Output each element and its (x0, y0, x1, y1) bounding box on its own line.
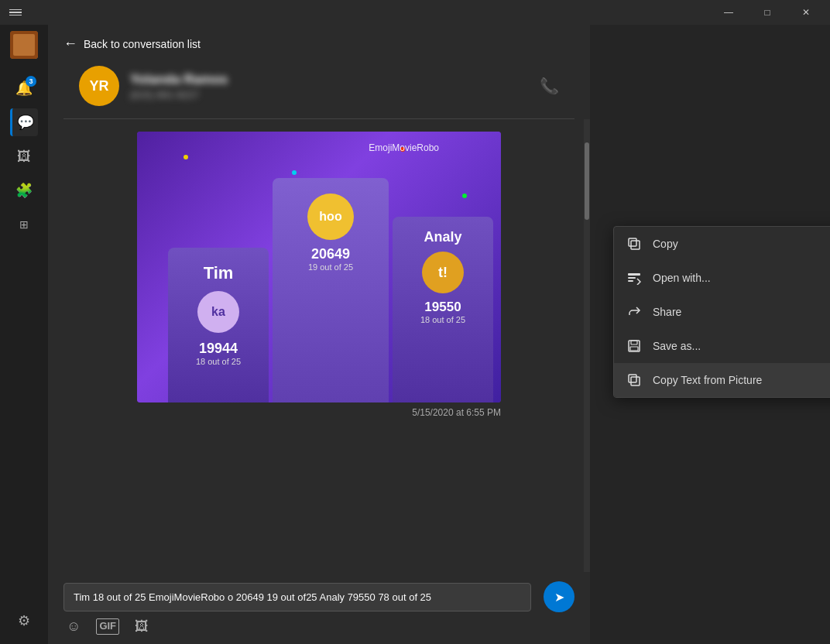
settings-icon: ⚙ (18, 612, 30, 629)
player-hoo-out-of: 19 out of 25 (308, 262, 353, 272)
image-button[interactable]: 🖼 (135, 618, 149, 635)
player-hoo-card: hoo 20649 19 out of 25 (273, 178, 389, 402)
gallery-icon: 🖼 (17, 149, 31, 165)
context-menu: Copy Ctrl+C Open with... (613, 226, 830, 398)
svg-rect-3 (629, 238, 636, 246)
confetti-dot (183, 155, 188, 159)
title-bar-left (6, 5, 25, 21)
sidebar-item-chat[interactable]: 💬 (10, 108, 38, 136)
copy-icon (626, 236, 642, 252)
player-analy-score: 19550 (424, 300, 461, 315)
player-tim-out-of: 18 out of 25 (196, 357, 241, 366)
player-hoo-circle: hoo (307, 194, 354, 240)
context-menu-item-open-with[interactable]: Open with... (614, 261, 830, 295)
contact-header: YR Yolanda Ramos (615) 891-9227 📞 (63, 60, 574, 119)
sidebar-item-bell[interactable]: 🔔 3 (10, 74, 38, 102)
svg-rect-9 (630, 347, 638, 351)
main-layout: 🔔 3 💬 🖼 🧩 ⊞ ⚙ ← Back to conversation lis (0, 25, 830, 644)
sidebar-item-grid[interactable]: ⊞ (10, 211, 38, 238)
chat-image[interactable]: EmojiMovieRobo Tim ka 19944 18 out of 25 (137, 132, 501, 402)
player-analy-name: Analy (424, 229, 461, 245)
share-label: Share (653, 306, 830, 318)
sidebar-item-settings[interactable]: ⚙ (10, 607, 38, 635)
scroll-track[interactable] (584, 119, 590, 572)
sidebar: 🔔 3 💬 🖼 🧩 ⊞ ⚙ (0, 25, 48, 644)
scroll-thumb[interactable] (585, 142, 589, 220)
message-input[interactable] (74, 591, 521, 603)
svg-rect-10 (631, 377, 640, 385)
game-image-bg: EmojiMovieRobo Tim ka 19944 18 out of 25 (137, 132, 501, 402)
svg-rect-5 (628, 277, 636, 279)
context-menu-item-copy[interactable]: Copy Ctrl+C (614, 227, 830, 261)
context-menu-item-copy-text[interactable]: Copy Text from Picture (614, 363, 830, 397)
context-menu-item-save-as[interactable]: Save as... (614, 329, 830, 363)
context-menu-item-share[interactable]: Share (614, 295, 830, 329)
svg-rect-1 (13, 34, 35, 56)
right-panel: Copy Ctrl+C Open with... (590, 25, 830, 644)
game-title: EmojiMovieRobo (369, 142, 439, 153)
top-nav: ← Back to conversation list (48, 25, 590, 60)
send-button[interactable]: ➤ (544, 581, 574, 612)
notification-badge: 3 (26, 76, 36, 87)
emoji-button[interactable]: ☺ (67, 618, 81, 635)
player-tim-circle: ka (197, 291, 239, 333)
hamburger-menu[interactable] (6, 5, 25, 21)
message-timestamp: 5/15/2020 at 6:55 PM (137, 407, 501, 418)
svg-rect-6 (628, 280, 633, 282)
back-link[interactable]: ← Back to conversation list (63, 36, 201, 52)
player-analy-card: Analy t! 19550 18 out of 25 (393, 217, 493, 402)
grid-icon: ⊞ (19, 218, 29, 231)
player-analy-out-of: 18 out of 25 (420, 315, 465, 324)
confetti-dot (462, 194, 467, 198)
contact-phone: (615) 891-9227 (130, 89, 540, 101)
contact-name: Yolanda Ramos (130, 72, 540, 87)
sidebar-bottom: ⚙ (10, 604, 38, 638)
messages-area[interactable]: EmojiMovieRobo Tim ka 19944 18 out of 25 (48, 119, 590, 572)
svg-rect-2 (631, 241, 640, 249)
contact-info: Yolanda Ramos (615) 891-9227 (130, 72, 540, 101)
minimize-button[interactable]: — (711, 0, 746, 25)
player-tim-name: Tim (204, 263, 234, 283)
copy-label: Copy (653, 238, 826, 250)
save-icon (626, 338, 642, 354)
title-bar: — □ ✕ (0, 0, 830, 25)
save-as-label: Save as... (653, 340, 830, 352)
back-arrow-icon: ← (63, 36, 77, 52)
message-input-container (63, 583, 531, 611)
input-row: ➤ (63, 581, 574, 612)
confetti-dot (292, 170, 297, 175)
maximize-button[interactable]: □ (749, 0, 785, 25)
copy-text-label: Copy Text from Picture (653, 374, 830, 386)
player-tim-score: 19944 (199, 341, 238, 357)
player-hoo-score: 20649 (311, 246, 350, 262)
copy-text-icon (626, 372, 642, 388)
contact-initials: YR (89, 78, 108, 94)
apps-icon: 🧩 (15, 182, 33, 199)
sidebar-item-apps[interactable]: 🧩 (10, 176, 38, 204)
user-avatar[interactable] (10, 31, 38, 59)
content-area: ← Back to conversation list YR Yolanda R… (48, 25, 590, 644)
input-area: ➤ ☺ GIF 🖼 (48, 572, 590, 644)
gif-button[interactable]: GIF (96, 618, 119, 635)
svg-rect-4 (628, 273, 640, 276)
open-with-label: Open with... (653, 272, 830, 284)
close-button[interactable]: ✕ (788, 0, 824, 25)
contact-avatar: YR (79, 66, 119, 106)
player-analy-circle: t! (422, 252, 464, 293)
input-toolbar: ☺ GIF 🖼 (63, 618, 574, 635)
sidebar-item-gallery[interactable]: 🖼 (10, 142, 38, 170)
title-bar-controls: — □ ✕ (711, 0, 824, 25)
back-label: Back to conversation list (84, 38, 201, 50)
phone-icon[interactable]: 📞 (540, 77, 559, 95)
image-message[interactable]: EmojiMovieRobo Tim ka 19944 18 out of 25 (137, 132, 501, 418)
player-tim-card: Tim ka 19944 18 out of 25 (168, 248, 269, 402)
share-icon (626, 304, 642, 320)
chat-icon: 💬 (17, 114, 34, 131)
svg-rect-11 (629, 375, 636, 382)
open-with-icon (626, 270, 642, 286)
